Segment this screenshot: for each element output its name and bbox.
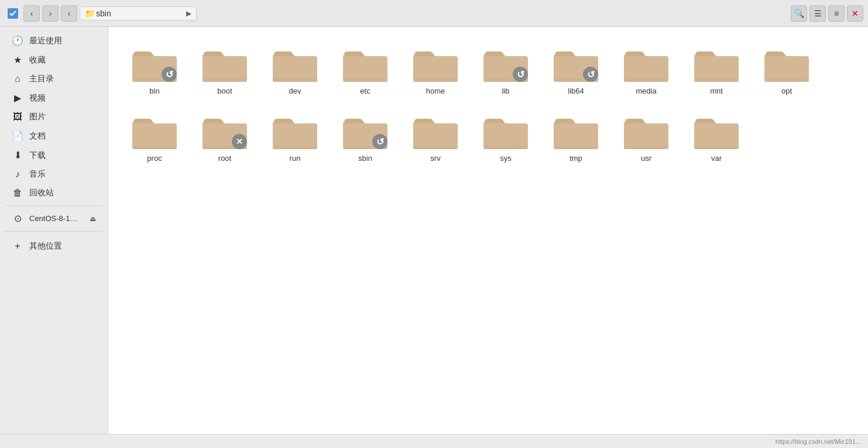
folder-item-home[interactable]: home xyxy=(403,39,468,100)
sidebar-item-pictures-label: 图片 xyxy=(29,112,46,122)
folder-icon-wrap xyxy=(623,111,670,150)
home-icon: ⌂ xyxy=(12,74,23,84)
svg-rect-17 xyxy=(694,56,739,82)
svg-rect-5 xyxy=(273,56,317,82)
main-container: 🕐 最近使用 ★ 收藏 ⌂ 主目录 ▶ 视频 🖼 图片 📄 文档 ⬇ 下载 ♪ xyxy=(0,27,868,434)
svg-rect-9 xyxy=(413,56,458,82)
folder-item-media[interactable]: media xyxy=(614,39,678,100)
search-button[interactable]: 🔍 xyxy=(791,5,807,22)
titlebar-actions: 🔍 ☰ ≡ ✕ xyxy=(791,5,863,22)
sidebar-item-downloads-label: 下载 xyxy=(29,150,46,161)
symlink-badge: ↺ xyxy=(372,134,387,149)
folder-label-mnt: mnt xyxy=(710,87,723,95)
folder-item-var[interactable]: var xyxy=(684,106,749,167)
content-area: ↺ bin boot xyxy=(108,27,868,434)
sidebar-item-pictures[interactable]: 🖼 图片 xyxy=(2,108,105,126)
sidebar-item-favorites[interactable]: ★ 收藏 xyxy=(2,51,105,69)
sidebar-item-home[interactable]: ⌂ 主目录 xyxy=(2,70,105,88)
current-path-label: sbin xyxy=(96,9,185,18)
symlink-badge: ↺ xyxy=(513,67,528,82)
statusbar: https://blog.csdn.net/Mic191... xyxy=(0,434,868,448)
location-bar[interactable]: 📁 sbin ▶ xyxy=(80,6,197,20)
folder-label-boot: boot xyxy=(217,87,232,95)
svg-rect-33 xyxy=(554,123,598,149)
folder-label-tmp: tmp xyxy=(569,154,582,163)
folder-label-lib: lib xyxy=(502,87,509,95)
sidebar-item-recent[interactable]: 🕐 最近使用 xyxy=(2,32,105,50)
folder-label-opt: opt xyxy=(781,87,792,95)
location-path-icon: 📁 xyxy=(85,9,95,18)
folder-item-sbin[interactable]: ↺ sbin xyxy=(333,106,397,167)
sidebar-drive-label: CentOS-8-1… xyxy=(29,214,77,223)
sidebar-item-videos[interactable]: ▶ 视频 xyxy=(2,89,105,107)
sidebar-item-documents-label: 文档 xyxy=(29,131,46,142)
folder-label-home: home xyxy=(426,87,445,95)
folder-item-srv[interactable]: srv xyxy=(403,106,468,167)
symlink-badge: ↺ xyxy=(583,67,598,82)
downloads-icon: ⬇ xyxy=(12,150,23,161)
folder-item-mnt[interactable]: mnt xyxy=(684,39,749,100)
prev-history-button[interactable]: ‹ xyxy=(61,5,77,22)
folder-item-lib[interactable]: ↺ lib xyxy=(474,39,538,100)
videos-icon: ▶ xyxy=(12,92,23,104)
folder-item-bin[interactable]: ↺ bin xyxy=(122,39,187,100)
folder-icon-wrap: ✕ xyxy=(201,111,248,150)
svg-rect-30 xyxy=(413,146,458,149)
view-options-button[interactable]: ☰ xyxy=(809,5,826,22)
sidebar-item-other-locations[interactable]: + 其他位置 xyxy=(2,237,105,255)
folder-icon-wrap xyxy=(272,111,318,150)
sidebar-drive-item[interactable]: ⊙ CentOS-8-1… ⏏ xyxy=(2,209,105,228)
folder-item-proc[interactable]: proc xyxy=(122,106,187,167)
folder-item-tmp[interactable]: tmp xyxy=(544,106,608,167)
folder-icon-wrap xyxy=(412,43,459,83)
svg-rect-34 xyxy=(554,146,598,149)
sidebar-item-music[interactable]: ♪ 音乐 xyxy=(2,166,105,183)
folder-item-boot[interactable]: boot xyxy=(193,39,257,100)
folder-item-run[interactable]: run xyxy=(263,106,327,167)
folder-item-opt[interactable]: opt xyxy=(754,39,819,100)
folder-item-sys[interactable]: sys xyxy=(474,106,538,167)
svg-rect-29 xyxy=(413,123,458,149)
folder-label-proc: proc xyxy=(147,154,162,163)
eject-button[interactable]: ⏏ xyxy=(90,215,96,223)
close-button[interactable]: ✕ xyxy=(847,5,863,22)
sidebar: 🕐 最近使用 ★ 收藏 ⌂ 主目录 ▶ 视频 🖼 图片 📄 文档 ⬇ 下载 ♪ xyxy=(0,27,108,434)
svg-rect-21 xyxy=(132,123,177,149)
svg-rect-10 xyxy=(413,78,458,82)
svg-rect-4 xyxy=(203,78,247,82)
pictures-icon: 🖼 xyxy=(12,112,23,122)
no-access-badge: ✕ xyxy=(232,134,247,149)
forward-button[interactable]: › xyxy=(42,5,59,22)
folder-item-lib64[interactable]: ↺ lib64 xyxy=(544,39,608,100)
svg-rect-3 xyxy=(203,56,247,82)
folder-label-dev: dev xyxy=(289,87,301,95)
folder-label-lib64: lib64 xyxy=(568,87,584,95)
folder-item-usr[interactable]: usr xyxy=(614,106,678,167)
folder-item-root[interactable]: ✕ root xyxy=(193,106,257,167)
folder-icon-wrap: ↺ xyxy=(482,43,529,83)
back-button[interactable]: ‹ xyxy=(23,5,40,22)
favorites-icon: ★ xyxy=(12,54,23,66)
svg-rect-26 xyxy=(273,146,317,149)
location-next-icon: ▶ xyxy=(186,9,191,18)
titlebar: ‹ › ‹ 📁 sbin ▶ 🔍 ☰ ≡ ✕ xyxy=(0,0,868,27)
folder-icon-wrap xyxy=(693,111,740,150)
svg-rect-38 xyxy=(694,146,739,149)
folder-icon-wrap xyxy=(342,43,389,83)
sidebar-item-downloads[interactable]: ⬇ 下载 xyxy=(2,146,105,164)
folder-item-etc[interactable]: etc xyxy=(333,39,397,100)
sidebar-item-home-label: 主目录 xyxy=(29,74,54,84)
svg-rect-6 xyxy=(273,78,317,82)
folder-item-dev[interactable]: dev xyxy=(263,39,327,100)
folder-label-etc: etc xyxy=(360,87,370,95)
sidebar-drive-left: ⊙ CentOS-8-1… xyxy=(12,213,77,224)
folder-icon-wrap: ↺ xyxy=(553,43,599,83)
sidebar-item-favorites-label: 收藏 xyxy=(29,55,46,66)
folder-icon-wrap xyxy=(763,43,810,83)
svg-rect-15 xyxy=(624,56,668,82)
menu-button[interactable]: ≡ xyxy=(828,5,845,22)
folder-label-run: run xyxy=(290,154,301,163)
trash-icon: 🗑 xyxy=(12,188,23,198)
sidebar-item-documents[interactable]: 📄 文档 xyxy=(2,127,105,145)
sidebar-item-trash[interactable]: 🗑 回收站 xyxy=(2,184,105,202)
